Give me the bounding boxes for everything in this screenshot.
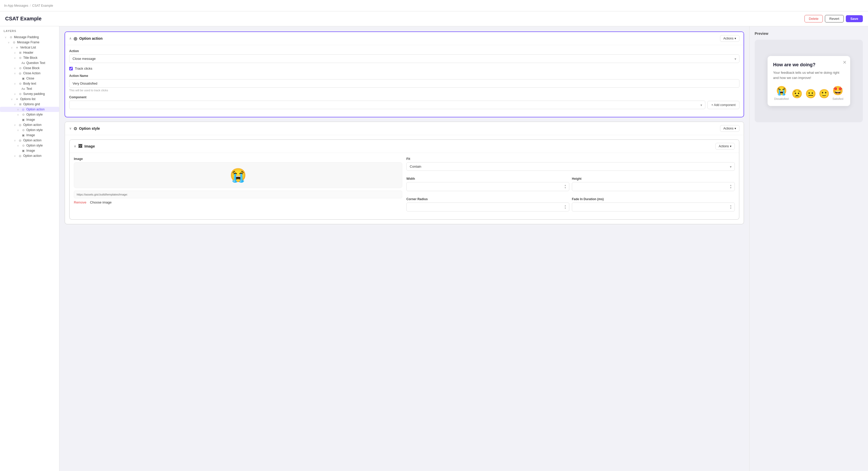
fade-in-label: Fade In Duration (ms) xyxy=(572,197,735,201)
option-action-chevron: ∧ xyxy=(69,37,71,40)
corner-radius-up-arrow[interactable]: ▲ xyxy=(564,205,566,207)
action-select[interactable]: Close message xyxy=(69,55,739,63)
sidebar-item-title-block[interactable]: ∨ ⊙ Title Block xyxy=(0,55,59,60)
save-button[interactable]: Save xyxy=(846,15,863,22)
sidebar-item-option-style-2[interactable]: ∨ ⊙ Option style xyxy=(0,127,59,133)
image-preview: 😭 xyxy=(74,162,402,188)
sidebar-item-image-1[interactable]: ▣ Image xyxy=(0,117,59,122)
sidebar-item-body-text[interactable]: ∨ ⊙ Body text xyxy=(0,81,59,86)
sidebar-item-close-action[interactable]: ∨ ◎ Close Action xyxy=(0,71,59,76)
image-panel-header[interactable]: ∧ 🖼 Image Actions ▾ xyxy=(70,140,739,153)
sidebar-item-image-3[interactable]: ▣ Image xyxy=(0,148,59,153)
height-field-group: Height ▲ ▼ xyxy=(572,177,735,191)
height-input[interactable]: ▲ ▼ xyxy=(572,182,735,191)
width-value[interactable] xyxy=(409,185,503,189)
main-layout: Layers ∨ ⊙ Message Padding ∨ ⊙ Message F… xyxy=(0,26,868,471)
preview-frame: ✕ How are we doing? Your feedback tells … xyxy=(755,40,863,122)
sidebar-item-message-padding[interactable]: ∨ ⊙ Message Padding xyxy=(0,35,59,40)
sidebar-item-option-style-3[interactable]: ∨ ⊙ Option style xyxy=(0,143,59,148)
image-actions-button[interactable]: Actions ▾ xyxy=(715,143,735,149)
image-label: Image xyxy=(74,157,402,161)
breadcrumb-parent[interactable]: In-App Messages xyxy=(4,4,28,7)
action-name-hint: This will be used to track clicks xyxy=(69,89,739,92)
fit-select[interactable]: Contain Cover Fill xyxy=(406,162,735,171)
add-component-button[interactable]: + Add component xyxy=(707,101,739,109)
fade-in-value[interactable] xyxy=(575,205,669,209)
sidebar-item-options-grid[interactable]: ∨ ⊞ Options grid xyxy=(0,102,59,107)
sidebar-item-options-list[interactable]: ∨ ≡ Options list xyxy=(0,97,59,102)
action-select-wrapper[interactable]: Close message xyxy=(69,55,739,63)
corner-radius-down-arrow[interactable]: ▼ xyxy=(564,207,566,209)
size-fields: Width ▲ ▼ xyxy=(406,177,735,195)
width-input[interactable]: ▲ ▼ xyxy=(406,182,569,191)
revert-button[interactable]: Revert xyxy=(825,15,843,23)
fade-in-input[interactable]: ▲ ▼ xyxy=(572,202,735,211)
sidebar-item-text[interactable]: Aa Text xyxy=(0,86,59,91)
message-close-icon[interactable]: ✕ xyxy=(843,60,846,65)
emoji-item: 😐 xyxy=(805,89,816,100)
sidebar-item-option-action-1[interactable]: ∨ ◎ Option action xyxy=(0,107,59,112)
component-label: Component xyxy=(69,95,739,99)
height-label: Height xyxy=(572,177,735,180)
sidebar-item-vertical-list[interactable]: ∨ ≡ Vertical List xyxy=(0,45,59,50)
sidebar-item-message-frame[interactable]: ∨ ⊙ Message Frame xyxy=(0,40,59,45)
emoji-item: 🙂 xyxy=(819,89,830,100)
toolbar-actions: Delete Revert Save xyxy=(805,15,863,23)
option-action-panel: ∧ ◎ Option action Actions ▾ Action Close… xyxy=(65,31,744,117)
option-style-body: ∧ 🖼 Image Actions ▾ Image xyxy=(65,135,744,224)
option-style-header[interactable]: ∨ ⊙ Option style Actions ▾ xyxy=(65,122,744,135)
option-action-actions-button[interactable]: Actions ▾ xyxy=(720,35,739,42)
width-up-arrow[interactable]: ▲ xyxy=(564,184,566,187)
action-name-input[interactable] xyxy=(69,79,739,88)
image-sub-panel: ∧ 🖼 Image Actions ▾ Image xyxy=(69,139,739,220)
choose-image-button[interactable]: Choose image xyxy=(90,200,112,204)
emoji-item: 😭 Dissatisfied xyxy=(774,86,789,100)
fit-select-wrapper[interactable]: Contain Cover Fill xyxy=(406,162,735,171)
image-left-col: Image 😭 https://assets.gist.build/templa… xyxy=(74,157,402,215)
emoji-preview: 😭 xyxy=(230,167,247,183)
emoji-item: 🤩 Satisfied xyxy=(832,86,843,100)
option-action-icon: ◎ xyxy=(73,36,77,41)
height-up-arrow[interactable]: ▲ xyxy=(730,184,732,187)
breadcrumb: In-App Messages / CSAT Example xyxy=(4,4,53,7)
option-action-header[interactable]: ∧ ◎ Option action Actions ▾ xyxy=(65,32,744,45)
image-right-col: Fit Contain Cover Fill xyxy=(406,157,735,215)
image-action-buttons: Remove Choose image xyxy=(74,200,402,204)
extra-fields: Corner Radius ▲ ▼ xyxy=(406,197,735,215)
action-label: Action xyxy=(69,49,739,53)
sidebar-item-option-action-4[interactable]: ∨ ◎ Option action xyxy=(0,153,59,158)
sidebar-item-close-block[interactable]: ∨ ⊙ Close Block xyxy=(0,66,59,71)
sidebar-item-question-text[interactable]: Aa Question Text xyxy=(0,60,59,66)
height-value[interactable] xyxy=(575,185,669,189)
sidebar-item-option-action-3[interactable]: ∨ ◎ Option action xyxy=(0,138,59,143)
sidebar-item-option-style-1[interactable]: ∨ ⊙ Option style xyxy=(0,112,59,117)
corner-radius-value[interactable] xyxy=(409,205,503,209)
sidebar-item-image-2[interactable]: ▣ Image xyxy=(0,133,59,138)
delete-button[interactable]: Delete xyxy=(805,15,823,23)
width-label: Width xyxy=(406,177,569,180)
option-style-panel: ∨ ⊙ Option style Actions ▾ ∧ 🖼 Imag xyxy=(65,122,744,225)
option-style-actions-button[interactable]: Actions ▾ xyxy=(720,125,739,132)
option-action-body: Action Close message Track clicks Action… xyxy=(65,45,744,117)
preview-title: Preview xyxy=(755,31,863,36)
sidebar-item-header[interactable]: ∨ ⊞ Header xyxy=(0,50,59,55)
width-down-arrow[interactable]: ▼ xyxy=(564,187,566,189)
main-content: ∧ ◎ Option action Actions ▾ Action Close… xyxy=(59,26,749,471)
option-style-icon: ⊙ xyxy=(73,126,77,131)
corner-radius-input[interactable]: ▲ ▼ xyxy=(406,202,569,211)
page-title-bar: CSAT Example Delete Revert Save xyxy=(0,11,868,26)
remove-image-button[interactable]: Remove xyxy=(74,200,86,204)
sidebar-item-survey-padding[interactable]: ∨ ⊙ Survey padding xyxy=(0,91,59,97)
component-select[interactable] xyxy=(69,101,705,109)
height-down-arrow[interactable]: ▼ xyxy=(730,187,732,189)
component-select-wrapper[interactable] xyxy=(69,101,705,109)
fade-in-down-arrow[interactable]: ▼ xyxy=(730,207,732,209)
track-clicks-label: Track clicks xyxy=(75,67,92,70)
fade-in-up-arrow[interactable]: ▲ xyxy=(730,205,732,207)
sidebar-item-option-action-2[interactable]: ∨ ◎ Option action xyxy=(0,122,59,127)
message-body: Your feedback tells us what we're doing … xyxy=(773,70,844,80)
track-clicks-checkbox[interactable] xyxy=(69,67,73,70)
sidebar-items-container: ∨ ⊙ Message Padding ∨ ⊙ Message Frame ∨ … xyxy=(0,35,59,158)
fade-in-field-group: Fade In Duration (ms) ▲ ▼ xyxy=(572,197,735,211)
sidebar-item-close[interactable]: ▣ Close xyxy=(0,76,59,81)
